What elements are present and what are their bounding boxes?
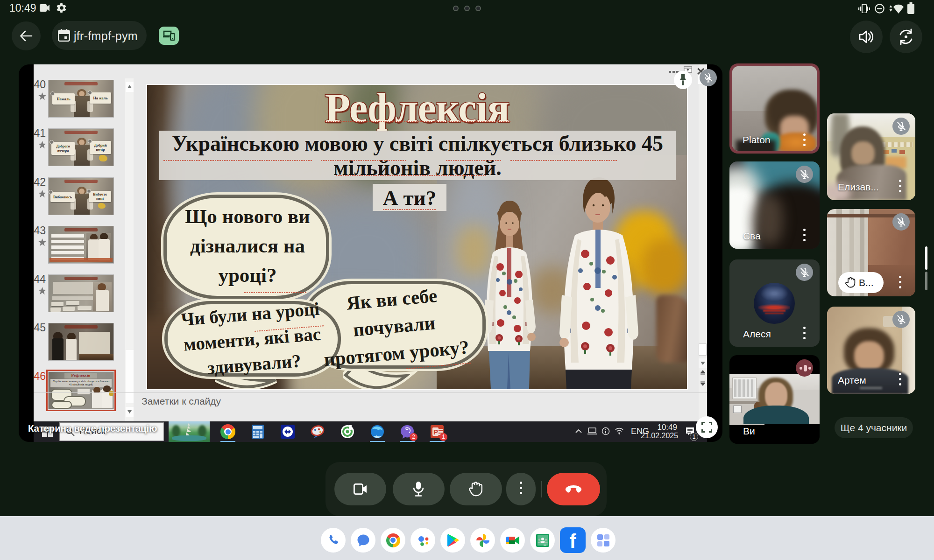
svg-text:P: P [433,428,438,436]
